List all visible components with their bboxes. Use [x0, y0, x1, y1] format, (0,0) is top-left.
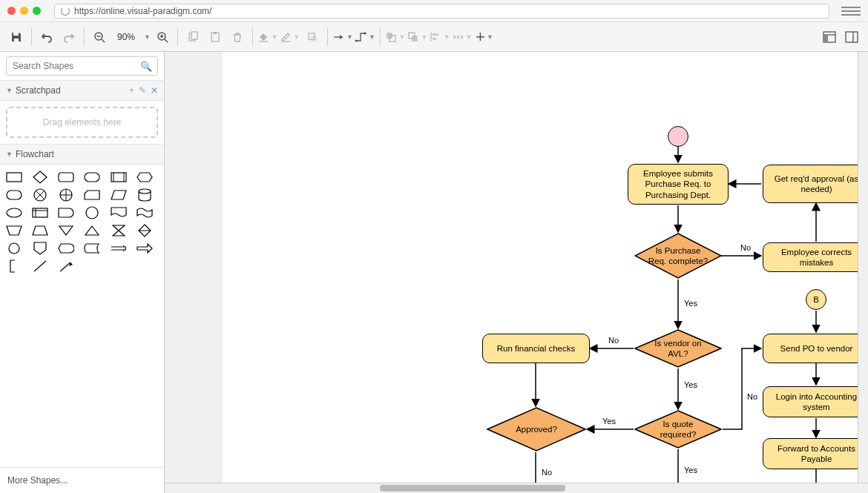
process-get-approval[interactable]: Get req'd approval (as needed) [763, 165, 868, 203]
svg-rect-36 [85, 173, 99, 182]
svg-point-51 [86, 207, 98, 219]
shape-internal-storage[interactable] [32, 206, 48, 219]
close-dot[interactable] [7, 7, 16, 15]
shape-rounded-rect[interactable] [58, 171, 74, 184]
process-submit-req[interactable]: Employee submits Purchase Req. to Purcha… [628, 164, 729, 205]
shape-subroutine[interactable] [111, 171, 127, 184]
url-bar[interactable]: https://online.visual-paradigm.com/ [54, 4, 829, 19]
redo-button[interactable] [59, 27, 79, 47]
shape-merge[interactable] [58, 224, 74, 237]
shape-line[interactable] [32, 259, 48, 273]
shape-parallelogram[interactable] [111, 188, 127, 202]
paste-button[interactable] [205, 27, 226, 47]
flowchart-header[interactable]: ▼ Flowchart [0, 144, 164, 165]
shape-cylinder[interactable] [137, 188, 153, 202]
shape-arrow[interactable] [137, 242, 153, 255]
zoom-out-button[interactable] [89, 27, 110, 47]
shape-trapezoid[interactable] [32, 224, 48, 237]
shape-card[interactable] [84, 188, 100, 202]
shape-stadium[interactable] [84, 171, 100, 184]
shape-collate[interactable] [111, 224, 127, 237]
scrollbar-thumb[interactable] [380, 485, 565, 492]
line-color-button[interactable]: ▼ [280, 27, 300, 47]
align-button[interactable]: ▼ [430, 27, 450, 47]
distribute-button[interactable]: ▼ [452, 27, 473, 47]
shape-crossed-circle[interactable] [32, 188, 48, 202]
shape-display[interactable] [58, 242, 74, 255]
outline-panel-button[interactable] [841, 27, 862, 47]
svg-line-6 [165, 39, 168, 42]
maximize-dot[interactable] [33, 7, 41, 15]
shape-circle[interactable] [84, 206, 100, 219]
process-login-accounting[interactable]: Login into Accounting system [763, 386, 868, 417]
waypoints-button[interactable]: ▼ [355, 27, 375, 47]
shape-hexagon[interactable] [137, 171, 153, 184]
svg-rect-28 [461, 36, 463, 39]
process-send-po[interactable]: Send PO to vendor [763, 334, 868, 363]
menu-icon[interactable] [841, 4, 861, 19]
fill-color-button[interactable]: ▼ [257, 27, 278, 47]
url-text: https://online.visual-paradigm.com/ [74, 6, 211, 16]
search-shapes: 🔍 [0, 52, 164, 80]
vertical-scrollbar[interactable] [858, 52, 868, 483]
shape-tape[interactable] [137, 206, 153, 219]
zoom-level[interactable]: 90% [111, 32, 141, 42]
to-front-button[interactable]: ▼ [385, 27, 406, 47]
shape-offpage[interactable] [32, 242, 48, 255]
canvas-area[interactable]: Employee submits Purchase Req. to Purcha… [165, 52, 868, 493]
delete-button[interactable] [227, 27, 248, 47]
svg-line-3 [102, 39, 105, 42]
shadow-button[interactable] [302, 27, 323, 47]
undo-button[interactable] [36, 27, 57, 47]
shape-delay[interactable] [58, 206, 74, 219]
zoom-dropdown-icon[interactable]: ▼ [144, 33, 151, 41]
shape[interactable] [6, 206, 22, 219]
decision-quote[interactable]: Is quote required? [634, 410, 722, 449]
svg-rect-35 [59, 173, 73, 182]
connector-b[interactable]: B [806, 289, 826, 310]
shape-annotation[interactable] [6, 259, 22, 273]
decision-approved[interactable]: Approved? [487, 407, 586, 451]
connection-button[interactable]: ▼ [332, 27, 353, 47]
shape-terminator[interactable] [6, 188, 22, 202]
close-icon[interactable]: ✕ [151, 85, 158, 96]
svg-rect-16 [311, 36, 317, 42]
process-financial-checks[interactable]: Run financial checks [482, 334, 590, 363]
reload-icon[interactable] [61, 7, 70, 16]
scratchpad-drop-zone[interactable]: Drag elements here [6, 107, 158, 138]
zoom-in-button[interactable] [152, 27, 173, 47]
collapse-icon: ▼ [6, 150, 13, 158]
add-button[interactable]: +▼ [474, 27, 495, 47]
add-icon[interactable]: + [129, 85, 134, 96]
decision-complete[interactable]: Is Purchase Req. complete? [634, 233, 722, 279]
format-panel-button[interactable] [819, 27, 840, 47]
decision-avl[interactable]: Is vendor on AVL? [634, 329, 722, 368]
shape-document[interactable] [111, 206, 127, 219]
to-back-button[interactable]: ▼ [407, 27, 428, 47]
shape-arrow-line[interactable] [58, 259, 74, 273]
shape-sort[interactable] [137, 224, 153, 237]
search-icon[interactable]: 🔍 [140, 61, 152, 72]
minimize-dot[interactable] [20, 7, 28, 15]
shape-diamond[interactable] [32, 171, 48, 184]
shape-stored-data[interactable] [84, 242, 100, 255]
horizontal-scrollbar[interactable] [165, 483, 868, 493]
process-forward-ap[interactable]: Forward to Accounts Payable [763, 438, 868, 469]
shape-transfer[interactable] [111, 242, 127, 255]
label-yes: Yes [684, 299, 697, 308]
shape-connector[interactable] [6, 242, 22, 255]
copy-button[interactable] [183, 27, 203, 47]
shape-rectangle[interactable] [6, 171, 22, 184]
shape-plus-circle[interactable] [58, 188, 74, 202]
canvas[interactable]: Employee submits Purchase Req. to Purcha… [223, 52, 868, 493]
scratchpad-header[interactable]: ▼ Scratchpad + ✎ ✕ [0, 80, 164, 101]
shape-extract[interactable] [84, 224, 100, 237]
label-no: No [542, 468, 552, 477]
more-shapes-button[interactable]: More Shapes... [0, 467, 164, 493]
search-input[interactable] [6, 56, 158, 76]
save-button[interactable] [6, 27, 27, 47]
start-node[interactable] [668, 126, 688, 147]
edit-icon[interactable]: ✎ [139, 85, 146, 96]
process-correct-mistakes[interactable]: Employee corrects mistakes [763, 242, 868, 272]
shape-manual-op[interactable] [6, 224, 22, 237]
